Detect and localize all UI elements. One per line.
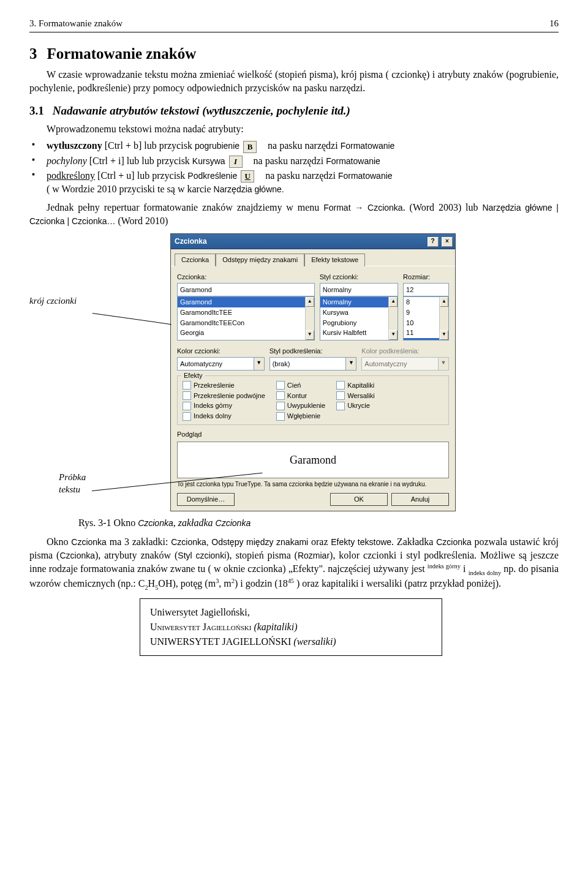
font-dialog: Czcionka ? × Czcionka Odstępy między zna… (170, 233, 456, 511)
h1-number: 3 (29, 45, 37, 62)
size-input[interactable]: 12 (403, 283, 449, 296)
size-option[interactable]: 12 (404, 338, 439, 341)
h1-title: Formatowanie znaków (47, 45, 197, 62)
size-listbox[interactable]: 8 9 10 11 12 ▲ ▼ (403, 296, 449, 341)
tab-font[interactable]: Czcionka (175, 254, 216, 266)
scroll-down-icon[interactable]: ▼ (306, 330, 314, 340)
checkbox-icon[interactable] (276, 412, 285, 421)
underline-style-label: Styl podkreślenia: (270, 347, 357, 356)
check-strikethrough[interactable]: Przekreślenie (183, 381, 265, 390)
preview-box: Garamond (177, 442, 449, 478)
checkbox-icon[interactable] (336, 391, 345, 400)
tab-spacing[interactable]: Odstępy między znakami (216, 254, 304, 266)
attr-bold-key: [Ctrl + b] lub przycisk (105, 140, 192, 151)
close-icon[interactable]: × (442, 237, 453, 247)
tab-effects[interactable]: Efekty tekstowe (304, 254, 365, 266)
size-option[interactable]: 8 (404, 297, 439, 307)
checkbox-icon[interactable] (183, 381, 191, 390)
subscript-text: indeks dolny (469, 569, 502, 576)
scroll-up-icon[interactable]: ▲ (440, 297, 448, 307)
scroll-up-icon[interactable]: ▲ (389, 297, 398, 307)
scroll-down-icon[interactable]: ▼ (440, 330, 448, 340)
style-option[interactable]: Kursiv Halbfett (320, 328, 388, 338)
attr-bold-tail: na pasku narzędzi (268, 140, 338, 151)
underline-dropdown[interactable]: (brak) ▼ (270, 357, 357, 371)
checkbox-icon[interactable] (183, 402, 191, 410)
font-option[interactable]: GaramondItcTEE (178, 307, 305, 318)
side2a: Próbka (59, 472, 86, 482)
header-page-number: 16 (549, 17, 559, 29)
default-button[interactable]: Domyślnie… (177, 493, 235, 506)
font-option[interactable]: Georgia (178, 328, 305, 338)
check-hidden[interactable]: Ukrycie (336, 401, 374, 410)
list-item: podkreślony [Ctrl + u] lub przycisk Podk… (29, 169, 559, 196)
cap-i2: Czcionka (216, 518, 251, 528)
smallcaps-text: Uniwersytet Jagielloński (150, 622, 251, 632)
check-allcaps[interactable]: Wersaliki (336, 391, 374, 401)
checkbox-icon[interactable] (183, 412, 191, 421)
checkbox-icon[interactable] (276, 391, 285, 400)
style-input[interactable]: Normalny (320, 283, 398, 296)
check-subscript[interactable]: Indeks dolny (183, 412, 265, 421)
checkbox-icon[interactable] (336, 381, 345, 390)
ok-button[interactable]: OK (330, 493, 388, 506)
underline-color-value: Automatyczny (361, 357, 439, 371)
font-input[interactable]: Garamond (177, 283, 315, 296)
heading-1: 3Formatowanie znaków (29, 43, 559, 64)
underline-icon[interactable]: U (241, 170, 254, 183)
size-option[interactable]: 11 (404, 328, 439, 338)
style-option[interactable]: Normalny (320, 297, 388, 307)
list-item: wytłuszczony [Ctrl + b] lub przycisk pog… (29, 139, 559, 152)
font-listbox[interactable]: Garamond GaramondItcTEE GaramondItcTEECo… (177, 296, 315, 341)
t: Okno (47, 536, 71, 547)
check-label: Przekreślenie podwójne (194, 391, 265, 401)
chevron-down-icon: ▼ (439, 357, 449, 371)
preview-hint: To jest czcionka typu TrueType. Ta sama … (177, 481, 449, 488)
t: Styl czcionki (178, 551, 226, 560)
cancel-button[interactable]: Anuluj (391, 493, 449, 506)
t: oraz (308, 536, 331, 547)
underline-color-dropdown: Automatyczny ▼ (361, 357, 449, 371)
checkbox-icon[interactable] (183, 391, 191, 400)
attr-bold-label: wytłuszczony (47, 140, 102, 151)
help-icon[interactable]: ? (428, 237, 439, 247)
font-option[interactable]: Garamond (178, 297, 305, 307)
check-shadow[interactable]: Cień (276, 381, 325, 390)
scrollbar[interactable]: ▲ ▼ (439, 297, 448, 340)
checkbox-icon[interactable] (276, 381, 285, 390)
italic-icon[interactable]: I (229, 156, 243, 168)
sup-45: 45 (288, 578, 294, 584)
size-label: Rozmiar: (403, 273, 449, 282)
chevron-down-icon[interactable]: ▼ (346, 357, 356, 371)
check-engrave[interactable]: Wgłębienie (276, 412, 325, 421)
scroll-up-icon[interactable]: ▲ (306, 297, 314, 307)
attr-bold-tail-sans: Formatowanie (341, 141, 395, 151)
font-option[interactable]: Gill Sans MT (178, 338, 305, 341)
check-double-strike[interactable]: Przekreślenie podwójne (183, 391, 265, 401)
font-option[interactable]: GaramondItcTEECon (178, 318, 305, 328)
connector-line (91, 313, 172, 332)
t: H (148, 578, 156, 589)
style-option[interactable]: Kursywa (320, 307, 388, 318)
scrollbar[interactable]: ▲ ▼ (305, 297, 314, 340)
check-superscript[interactable]: Indeks górny (183, 401, 265, 410)
scroll-down-icon[interactable]: ▼ (389, 330, 398, 340)
checkbox-icon[interactable] (276, 402, 285, 410)
style-listbox[interactable]: Normalny Kursywa Pogrubiony Kursiv Halbf… (320, 296, 398, 341)
size-option[interactable]: 10 (404, 318, 439, 328)
attr-italic-key: [Ctrl + i] lub lub przycisk (89, 156, 190, 166)
size-option[interactable]: 9 (404, 307, 439, 318)
color-dropdown[interactable]: Automatyczny ▼ (177, 357, 265, 371)
check-smallcaps[interactable]: Kapitaliki (336, 381, 374, 390)
checkbox-icon[interactable] (336, 402, 345, 410)
bold-icon[interactable]: B (243, 141, 257, 153)
chevron-down-icon[interactable]: ▼ (254, 357, 265, 371)
scrollbar[interactable]: ▲ ▼ (388, 297, 398, 340)
t: OH), potęg (m (158, 578, 216, 589)
t: Czcionka (59, 551, 95, 560)
style-option[interactable]: Pogrubiony (320, 318, 388, 328)
check-emboss[interactable]: Uwypuklenie (276, 401, 325, 410)
t: Rozmiar (298, 551, 330, 560)
cap-pre: Rys. 3-1 Okno (78, 518, 138, 528)
check-outline[interactable]: Kontur (276, 391, 325, 401)
